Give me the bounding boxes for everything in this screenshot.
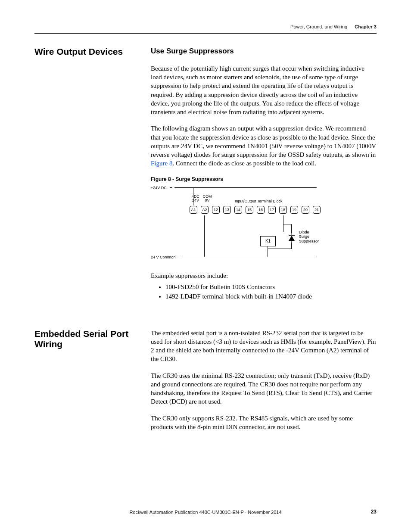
header-rule [34, 33, 377, 34]
wire-k1-down [268, 246, 268, 257]
para-s2-p1: The embedded serial port is a non-isolat… [151, 329, 377, 364]
section1-body: Use Surge Suppressors Because of the pot… [151, 47, 377, 309]
wire-branch-bot [268, 249, 292, 249]
wire [170, 187, 172, 188]
terminal-a2: A2 [201, 206, 209, 214]
header-chapter: Chapter 3 [355, 24, 377, 29]
section-gap [34, 309, 377, 329]
subhead-surge-suppressors: Use Surge Suppressors [151, 47, 377, 56]
wire-18-to-k1 [283, 215, 283, 232]
sidehead-serial-port: Embedded Serial Port Wiring [34, 329, 151, 349]
content-area: Wire Output Devices Use Surge Suppressor… [34, 47, 377, 439]
terminal-13: 13 [223, 206, 231, 214]
sidehead-wire-output: Wire Output Devices [34, 47, 151, 57]
section2-body: The embedded serial port is a non-isolat… [151, 329, 377, 439]
terminal-15: 15 [246, 206, 253, 214]
diode-icon [288, 233, 296, 243]
label-24vdc: +24V DC [151, 185, 167, 190]
wire-diode-top [291, 224, 292, 233]
terminal-17: 17 [268, 206, 276, 214]
figure-8-caption: Figure 8 - Surge Suppressors [151, 176, 377, 183]
label-com0v: COM 0V [202, 195, 212, 202]
link-figure-8[interactable]: Figure 8 [151, 160, 172, 167]
header-section: Power, Ground, and Wiring [290, 24, 347, 29]
footer-publication: Rockwell Automation Publication 440C-UM0… [34, 510, 377, 515]
label-dc24v: +DC 24V [190, 195, 201, 202]
page-number: 23 [371, 509, 377, 515]
label-diode-suppressor: Diode Surge Suppressor [299, 230, 319, 243]
para-s2-p2: The CR30 uses the minimal RS-232 connect… [151, 371, 377, 406]
terminal-21: 21 [313, 206, 321, 214]
terminal-20: 20 [302, 206, 309, 214]
label-io-block: Input/Output Terminal Block [235, 199, 282, 204]
label-24v-common: 24 V Common [151, 255, 176, 260]
terminal-19: 19 [290, 206, 298, 214]
para-s2-p3: The CR30 only supports RS-232. The RS485… [151, 414, 377, 432]
para-s1-p2a: The following diagram shows an output wi… [151, 125, 376, 158]
wire-a1-up [193, 187, 193, 205]
wire-bottom-rail [181, 257, 317, 257]
list-item: 100-FSD250 for Bulletin 100S Contactors [165, 283, 377, 291]
examples-intro: Example suppressors include: [151, 271, 377, 280]
para-s1-p1: Because of the potentially high current … [151, 64, 377, 117]
examples-list: 100-FSD250 for Bulletin 100S Contactors … [151, 283, 377, 301]
section-serial-port: Embedded Serial Port Wiring The embedded… [34, 329, 377, 439]
wire-a2-down [204, 215, 205, 257]
page: Power, Ground, and Wiring Chapter 3 Wire… [0, 0, 411, 532]
section-wire-output: Wire Output Devices Use Surge Suppressor… [34, 47, 377, 309]
terminal-18: 18 [279, 206, 287, 214]
para-s1-p2b: . Connect the diode as close as possible… [172, 160, 316, 167]
terminal-block: A1 A2 12 13 14 15 16 17 18 19 20 21 [189, 204, 323, 216]
terminal-16: 16 [257, 206, 265, 214]
figure-8-diagram: +24V DC +DC 24V COM 0V Input/Output Term… [151, 184, 336, 265]
wire-diode-bot [291, 243, 292, 249]
list-item: 1492-LD4DF terminal block with built-in … [165, 292, 377, 301]
wire-top-rail [174, 187, 317, 188]
terminal-12: 12 [212, 206, 220, 214]
running-header: Power, Ground, and Wiring Chapter 3 [290, 24, 377, 29]
relay-k1: K1 [260, 236, 276, 246]
terminal-14: 14 [234, 206, 242, 214]
terminal-a1: A1 [190, 206, 197, 214]
wire-branch-top [283, 224, 292, 224]
wire [177, 257, 179, 257]
para-s1-p2: The following diagram shows an output wi… [151, 124, 377, 168]
svg-marker-1 [289, 236, 295, 241]
